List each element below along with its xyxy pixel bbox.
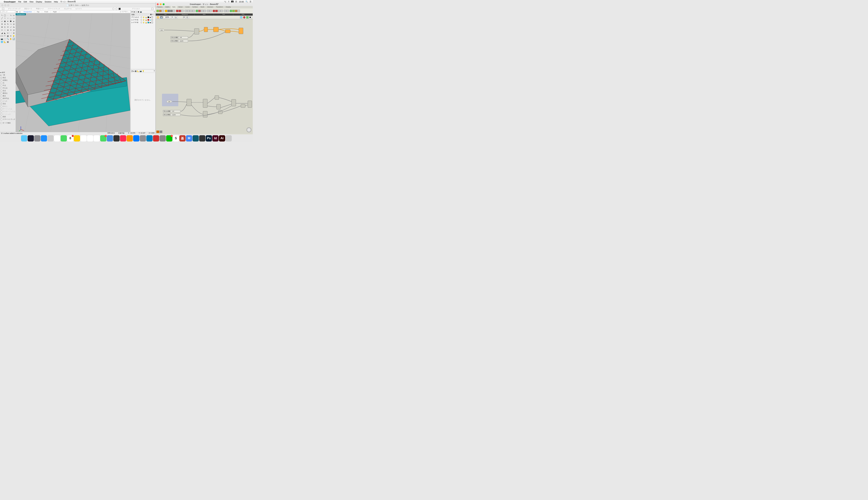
gh-tab-intersect[interactable]: Intersect [206, 6, 215, 8]
split-icon[interactable]: ⑃ [3, 29, 6, 32]
prop-cam-icon[interactable]: 📷 [140, 70, 142, 72]
gh-cat-text[interactable]: Text [214, 13, 233, 16]
text-icon[interactable]: T [3, 35, 6, 37]
prop-tex-icon[interactable]: ▦ [135, 70, 136, 72]
zoom-icon[interactable]: 🔍 [7, 37, 9, 40]
sphere-icon[interactable]: ● [7, 20, 9, 23]
osnap-item[interactable]: 接点 [1, 95, 15, 97]
move-icon[interactable]: ✥ [1, 26, 3, 29]
help2-icon[interactable]: ? [153, 70, 155, 72]
dock-app-sketchup[interactable] [153, 135, 159, 141]
prop-light-icon[interactable]: 💡 [142, 70, 144, 72]
tab-right[interactable]: Right [51, 11, 59, 13]
layers-tab5-icon[interactable]: 📷 [140, 11, 142, 13]
viewport-label[interactable]: Perspective [16, 13, 26, 15]
dock-app-earth[interactable] [107, 135, 113, 141]
fillet-icon[interactable]: ◢ [1, 32, 3, 34]
cam-icon[interactable]: 📷 [1, 37, 3, 40]
layer-row[interactable]: レイヤ 02 💡🔓◆ [131, 21, 155, 24]
osnap-item[interactable]: 近接点 [1, 79, 15, 82]
circle-icon[interactable]: ○ [7, 17, 9, 20]
menu-display[interactable]: Display [36, 1, 42, 3]
gh-canvas[interactable]: Line サッシの数◇18 サッシ半径○0.075 Line サッシの数◇12 … [156, 19, 253, 134]
gh-cat-list[interactable]: List [156, 13, 175, 16]
stop-icon[interactable] [118, 8, 121, 10]
gh-target-icon[interactable]: ◎ [175, 16, 178, 19]
dock-app-reminders[interactable] [80, 135, 87, 141]
osnap-item[interactable]: 四半円点 [1, 97, 15, 100]
dock-app-slack[interactable]: S [173, 135, 179, 141]
cplane-icon[interactable] [2, 8, 4, 10]
chamfer-icon[interactable]: ◣ [3, 32, 6, 34]
osnap-alloff[interactable]: すべて無効 [1, 122, 15, 124]
pipe-icon[interactable]: ⊘ [12, 23, 15, 25]
lasso-icon[interactable]: ◯ [3, 14, 6, 17]
prop-mat-icon[interactable]: ● [133, 70, 134, 72]
orbit-icon[interactable]: 🔄 [12, 37, 15, 40]
grid-icon[interactable]: ⊞ [16, 11, 19, 13]
osnap-item[interactable]: 一時 [1, 74, 15, 76]
curve-icon[interactable]: ∿ [9, 14, 12, 17]
box-icon[interactable]: ▣ [3, 20, 6, 23]
copy-icon[interactable]: ⎘ [3, 26, 6, 29]
gh-cat-sets[interactable]: Sets [195, 13, 214, 16]
analyze-icon[interactable]: 📐 [3, 41, 6, 43]
layers-tab4-icon[interactable]: ▣ [138, 11, 139, 13]
layers-tab-icon[interactable]: ◔ [131, 11, 133, 13]
dock-app-fcp[interactable] [113, 135, 119, 141]
loft-icon[interactable]: ≋ [3, 23, 6, 25]
cyl-icon[interactable]: ⬢ [9, 20, 12, 23]
units[interactable]: Millimeters [107, 132, 115, 134]
circ2-icon[interactable] [115, 8, 117, 10]
traffic-lights[interactable] [1, 4, 9, 6]
hatch-icon[interactable]: ▦ [7, 35, 9, 37]
group-icon[interactable]: ⊡ [12, 29, 15, 32]
panel-icon[interactable] [151, 8, 153, 10]
dock-app-calendar[interactable]: 81 [67, 135, 73, 141]
surf-icon[interactable]: ▱ [1, 20, 3, 23]
perspective-viewport[interactable]: Perspective [16, 13, 130, 133]
rotate-icon[interactable]: ⟳ [7, 26, 9, 29]
osnap-item[interactable]: 中心点 [1, 87, 15, 89]
cplane2-icon[interactable]: ⬚ [3, 37, 6, 40]
gh-tab-curve[interactable]: Curve [184, 6, 191, 8]
menu-help[interactable]: Help [54, 1, 58, 3]
dock-app-id[interactable]: Id [212, 135, 219, 141]
opt-default[interactable]: デフォルト [132, 8, 140, 10]
gh-tab-params[interactable]: Params [156, 6, 164, 8]
gh-hex-icon[interactable]: ⬢ [249, 16, 252, 19]
extrude-icon[interactable]: ⬆ [1, 23, 3, 25]
dock-app-itunes[interactable] [120, 135, 126, 141]
line-icon[interactable]: ╱ [1, 17, 3, 20]
osnap-item[interactable]: 点 [1, 82, 15, 84]
join-icon[interactable]: ⊕ [7, 29, 9, 32]
gh-cat-tree[interactable]: Tree [233, 13, 253, 16]
gh-mode2-icon[interactable] [160, 130, 162, 133]
gh-preview-icon[interactable]: 👁 [183, 16, 185, 19]
ellipse-icon[interactable]: ⬭ [12, 17, 15, 20]
osnap-item[interactable]: 投影 [1, 115, 15, 118]
menu-doc[interactable]: サッシ - Beaver用 [60, 0, 76, 3]
osnap-item[interactable]: スマートトラック [1, 118, 15, 121]
gh-compass-icon[interactable] [247, 127, 251, 132]
dock-app-gmaps[interactable] [87, 135, 93, 141]
trim-icon[interactable]: ✂ [1, 29, 3, 32]
point-icon[interactable]: · [7, 14, 9, 17]
gh-rec-icon[interactable] [243, 16, 245, 19]
light-icon[interactable]: 💡 [12, 35, 15, 37]
dock-app-siri[interactable] [27, 135, 34, 141]
osnap-item[interactable]: ノット [1, 100, 15, 102]
tab-perspective[interactable]: Perspective [21, 11, 34, 13]
opt-planar[interactable]: 平面モード [36, 8, 44, 10]
tab-top[interactable]: Top [34, 11, 42, 13]
dock-app-maps[interactable] [60, 135, 67, 141]
tab-front[interactable]: Front [42, 11, 51, 13]
opt-smarttrack[interactable]: スマートトラック [48, 8, 60, 10]
gh-open-icon[interactable]: 📁 [157, 16, 159, 19]
dock-app-chrome[interactable] [54, 135, 60, 141]
prop-obj-icon[interactable]: ◔ [131, 70, 133, 72]
dock-app-ps[interactable]: Ps [206, 135, 212, 141]
dock-app-gh[interactable] [160, 135, 166, 141]
circ-icon[interactable] [112, 8, 114, 10]
app-name[interactable]: Grasshopper [4, 1, 16, 3]
